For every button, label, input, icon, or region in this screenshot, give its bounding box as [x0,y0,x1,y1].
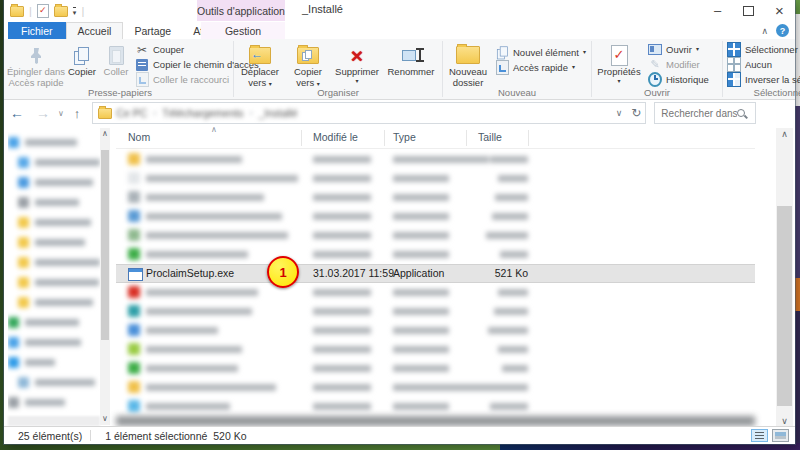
pin-quick-access-button[interactable]: Épingler dans Accès rapide [8,40,64,88]
customize-qat-arrow-icon[interactable]: ▾ [73,7,77,16]
scroll-up-icon[interactable]: ∧ [776,128,793,140]
column-modifie-le[interactable]: Modifié le [313,131,358,143]
filelist-scrollbar[interactable]: ∧ ∨ [776,128,793,427]
recent-locations-icon[interactable]: ∨ [56,109,66,118]
copy-to-icon [297,43,319,67]
blurred-file-row[interactable] [116,169,755,188]
search-input[interactable] [655,108,737,119]
delete-button[interactable]: × Supprimer ▾ [331,40,383,85]
sidebar-item[interactable] [8,252,100,272]
blurred-file-row[interactable] [116,245,755,264]
sidebar-item[interactable] [8,212,100,232]
scroll-down-icon[interactable]: ∨ [100,413,110,425]
collapse-ribbon-icon[interactable]: ∧ [761,26,768,36]
folder-icon[interactable] [10,6,24,17]
explorer-window: | ✓ ▾ | Outils d'application _Installé –… [4,0,795,444]
help-icon[interactable]: ? [776,24,789,37]
blurred-file-row[interactable] [116,321,755,340]
copy-to-button[interactable]: Copier vers ▾ [285,40,331,88]
history-icon [648,73,662,87]
new-folder-button[interactable]: Nouveau dossier [444,40,492,88]
sidebar-item-icon [18,217,29,228]
sidebar-item[interactable] [8,332,100,352]
sidebar-item[interactable] [8,132,100,152]
sidebar-item[interactable] [8,352,100,372]
app-tools-header: Outils d'application [197,0,285,21]
sidebar-item[interactable] [8,172,100,192]
blurred-file-row[interactable] [116,207,755,226]
breadcrumb[interactable]: Ce PC › Téléchargements › _Installé ∨ ↻ [92,102,646,124]
details-view-button[interactable] [751,429,768,442]
easy-access-icon [495,61,509,75]
up-button[interactable]: ↑ [66,106,89,121]
file-rows-blurred [116,150,755,264]
properties-check-icon[interactable]: ✓ [37,4,49,18]
easy-access-button[interactable]: Accès rapide ▾ [492,60,589,75]
quick-access-toolbar: | ✓ ▾ | [4,4,84,18]
sidebar-item[interactable] [8,372,100,392]
search-box [654,102,756,124]
file-rows-blurred [116,283,755,416]
sidebar-item[interactable] [8,272,100,292]
sort-ascending-icon: ∧ [211,125,217,134]
sidebar-item[interactable] [8,312,100,332]
group-separator [591,41,592,97]
invert-selection-button[interactable]: Inverser la sélection [724,72,800,87]
tab-partage[interactable]: Partage [123,22,182,39]
blurred-file-row[interactable] [116,283,755,302]
history-button[interactable]: Historique [645,72,712,87]
blurred-file-row[interactable] [116,226,755,245]
separator: | [81,5,84,17]
back-button[interactable]: ← [4,105,30,121]
copy-button[interactable]: Copier [64,40,100,78]
address-dropdown-icon[interactable]: ∨ [616,108,623,118]
navigation-pane [8,132,100,415]
forward-button[interactable]: → [30,105,56,121]
sidebar-item-icon [8,317,19,328]
column-taille[interactable]: Taille [478,131,502,143]
move-to-button[interactable]: ← Déplacer vers ▾ [235,40,285,88]
refresh-icon[interactable]: ↻ [631,106,641,120]
select-all-button[interactable]: Sélectionner tout [724,42,800,57]
group-label: Organiser [235,87,441,98]
rename-button[interactable]: Renommer [383,40,439,78]
tab-accueil[interactable]: Accueil [66,22,124,39]
search-icon[interactable] [737,109,745,117]
open-icon [648,43,662,57]
sidebar-scrollbar[interactable]: ∧ ∨ [100,128,110,425]
sidebar-item[interactable] [8,192,100,212]
selected-file-row[interactable]: ProclaimSetup.exe 31.03.2017 11:59 Appli… [116,264,755,283]
tab-gestion[interactable]: Gestion [201,22,285,39]
sidebar-item[interactable] [8,292,100,312]
blurred-file-row[interactable] [116,397,755,416]
properties-button[interactable]: ✓ Propriétés ▾ [593,40,645,85]
group-label: Ouvrir [593,87,721,98]
rename-icon [402,43,421,67]
modify-button[interactable]: ✎ Modifier [645,57,712,72]
sidebar-item[interactable] [8,392,100,412]
sidebar-item[interactable] [8,152,100,172]
blurred-file-row[interactable] [116,340,755,359]
folder-icon[interactable] [54,6,68,17]
scrollbar-thumb[interactable] [101,150,109,340]
open-button[interactable]: Ouvrir ▾ [645,42,712,57]
scroll-up-icon[interactable]: ∧ [100,128,110,140]
scrollbar-thumb[interactable] [777,206,792,406]
blurred-file-row[interactable] [116,302,755,321]
tab-fichier[interactable]: Fichier [8,22,66,39]
blurred-file-row[interactable] [116,378,755,397]
column-nom[interactable]: Nom [128,131,150,143]
maximize-button[interactable] [733,0,764,21]
blurred-file-row[interactable] [116,150,755,169]
minimize-button[interactable]: – [702,0,733,21]
sidebar-item[interactable] [8,232,100,252]
select-none-button[interactable]: Aucun [724,57,800,72]
blurred-file-row[interactable] [116,188,755,207]
close-button[interactable]: × [764,0,795,21]
group-separator [442,41,443,97]
blurred-file-row[interactable] [116,359,755,378]
column-type[interactable]: Type [393,131,416,143]
new-item-button[interactable]: Nouvel élément ▾ [492,45,589,60]
paste-button[interactable]: Coller [100,40,132,78]
thumbnails-view-button[interactable] [772,429,789,442]
